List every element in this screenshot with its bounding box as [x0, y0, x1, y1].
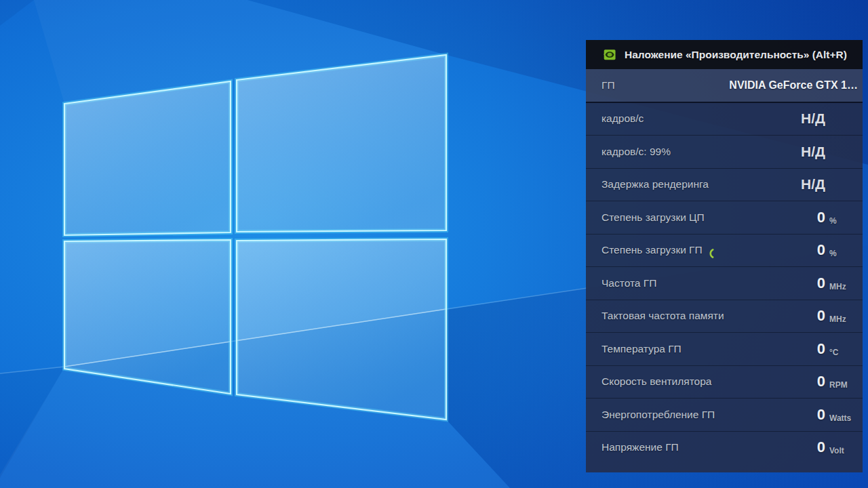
metric-row: Напряжение ГП 0 Volt: [586, 431, 863, 464]
metric-unit: %: [825, 249, 863, 258]
metric-unit: RPM: [825, 380, 863, 390]
metric-number-value: 0: [817, 209, 825, 226]
metric-row: Скорость вентилятора 0 RPM: [586, 365, 863, 399]
metric-label: Задержка рендеринга: [601, 178, 709, 190]
metric-row: ГП NVIDIA GeForce GTX 1…: [586, 69, 863, 102]
metric-unit: MHz: [825, 314, 863, 324]
nvidia-geforce-icon: [602, 48, 616, 61]
metric-row: кадров/с: 99% Н/Д: [586, 135, 863, 168]
metric-row: Степень загрузки ЦП 0 %: [586, 201, 863, 234]
metric-row: кадров/с Н/Д: [586, 102, 863, 136]
metric-label: Степень загрузки ЦП: [601, 211, 705, 224]
metric-label: Скорость вентилятора: [601, 375, 711, 388]
metric-unit: Watts: [825, 413, 863, 423]
nvidia-performance-overlay: Наложение «Производительность» (Alt+R) Г…: [586, 40, 863, 472]
metric-row: Задержка рендеринга Н/Д: [586, 168, 863, 201]
metric-text-value: Н/Д: [801, 110, 825, 127]
metric-unit: Volt: [825, 446, 863, 455]
activity-spinner-icon: [709, 246, 721, 261]
metric-number-value: 0: [817, 340, 825, 358]
metric-number-value: 0: [817, 241, 825, 259]
metric-unit: °C: [825, 348, 863, 357]
metric-label: Напряжение ГП: [601, 441, 679, 453]
metric-label: Энергопотребление ГП: [601, 409, 715, 421]
metric-row: Тактовая частота памяти 0 MHz: [586, 300, 863, 333]
metric-row: Степень загрузки ГП 0 %: [586, 234, 863, 267]
desktop: Наложение «Производительность» (Alt+R) Г…: [0, 0, 868, 488]
metric-unit: MHz: [825, 282, 863, 291]
metric-label: ГП: [601, 79, 615, 92]
metric-text-value: Н/Д: [801, 144, 825, 160]
overlay-header: Наложение «Производительность» (Alt+R): [586, 40, 863, 69]
metric-number-value: 0: [817, 307, 825, 325]
metric-label: Тактовая частота памяти: [601, 310, 724, 322]
metric-label: кадров/с: 99%: [601, 146, 671, 158]
overlay-title: Наложение «Производительность» (Alt+R): [625, 49, 847, 61]
metric-text-value: Н/Д: [801, 176, 825, 192]
metric-number-value: 0: [817, 439, 825, 456]
metric-number-value: 0: [817, 274, 825, 292]
metric-text-value: NVIDIA GeForce GTX 1…: [729, 79, 858, 92]
metric-label: Частота ГП: [601, 277, 656, 289]
metric-number-value: 0: [817, 406, 825, 424]
metric-row: Температура ГП 0 °C: [586, 332, 863, 365]
metric-row: Энергопотребление ГП 0 Watts: [586, 398, 863, 431]
metric-label: Температура ГП: [601, 343, 682, 355]
metric-unit: %: [825, 216, 863, 226]
metric-row: Частота ГП 0 MHz: [586, 266, 863, 300]
metrics-list: ГП NVIDIA GeForce GTX 1… кадров/с Н/Д ка…: [586, 69, 863, 472]
metric-label: кадров/с: [601, 113, 644, 125]
metric-number-value: 0: [817, 373, 825, 390]
metric-label: Степень загрузки ГП: [601, 244, 703, 256]
